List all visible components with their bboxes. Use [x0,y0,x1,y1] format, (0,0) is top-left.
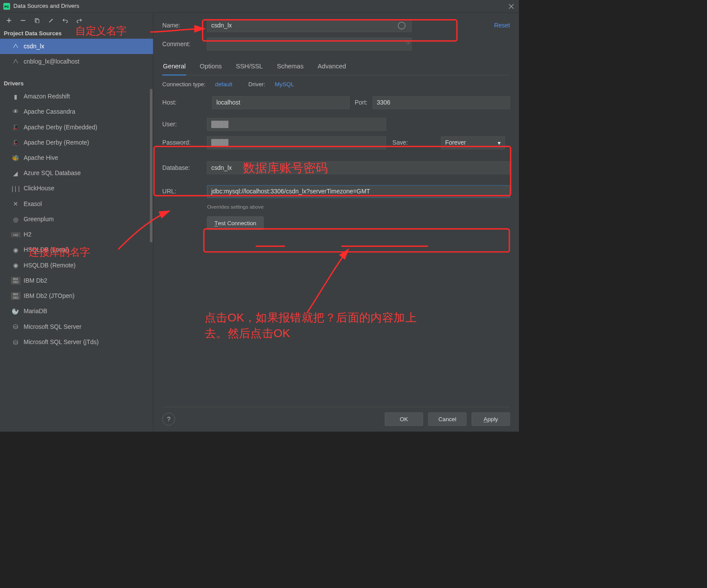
help-button[interactable]: ? [162,413,175,426]
main-panel: Name: csdn_lx Reset Comment: General Opt… [153,13,519,432]
driver-icon: ◢ [11,169,20,177]
ok-button[interactable]: OK [385,412,423,426]
datasource-item[interactable]: cnblog_lx@localhost [0,54,153,69]
driver-icon: ▮ [11,93,20,100]
driver-icon: 🦭 [11,308,20,315]
add-button[interactable] [4,16,13,25]
save-dropdown[interactable]: Forever ▾ [441,136,505,149]
expand-icon[interactable] [405,40,507,46]
driver-item[interactable]: ⛁Microsoft SQL Server (jTds) [0,335,153,350]
copy-button[interactable] [33,16,42,25]
host-input[interactable]: localhost [212,96,350,109]
comment-label: Comment: [162,41,207,47]
annotation-underline [256,246,285,247]
driver-item[interactable]: 🦭MariaDB [0,304,153,319]
driver-item[interactable]: ▮Amazon Redshift [0,89,153,104]
driver-icon: IBMDB2 [11,292,20,300]
scrollbar-thumb[interactable] [150,89,152,242]
driver-item[interactable]: 🎩Apache Derby (Embedded) [0,120,153,135]
user-input[interactable]: ████ [207,118,386,131]
driver-icon: ◎ [11,216,20,223]
driver-icon: 🎩 [11,124,20,131]
host-label: Host: [162,99,207,106]
cancel-button[interactable]: Cancel [428,412,467,426]
comment-input[interactable] [207,38,412,51]
reset-link[interactable]: Reset [494,22,510,29]
name-label: Name: [162,22,207,29]
tab-advanced[interactable]: Advanced [317,60,347,75]
name-input[interactable]: csdn_lx [207,19,412,32]
driver-item[interactable]: H2H2 [0,227,153,242]
password-input[interactable]: ████ [207,136,386,149]
annotation-underline [341,246,428,247]
driver-label: Driver: [248,81,265,88]
driver-item[interactable]: ⛁Microsoft SQL Server [0,319,153,335]
section-drivers: Drivers [0,77,153,89]
datasource-label: cnblog_lx@localhost [24,58,79,65]
close-icon[interactable] [506,1,516,11]
driver-icon: ∣∣∣ [11,185,20,193]
svg-text:PC: PC [4,4,9,8]
apply-button[interactable]: Apply [471,412,510,426]
driver-icon: ✕ [11,200,20,208]
tabs: General Options SSH/SSL Schemas Advanced [162,60,510,75]
test-connection-button[interactable]: Test Connection [207,216,264,230]
database-icon [11,43,20,50]
url-input[interactable]: jdbc:mysql://localhost:3306/csdn_lx?serv… [207,185,510,198]
database-input[interactable]: csdn_lx [207,162,510,174]
save-label: Save: [392,139,437,146]
color-circle-icon[interactable] [398,22,406,30]
driver-icon: ⛁ [11,323,20,331]
driver-icon: 🐝 [11,154,20,162]
sidebar: Project Data Sources csdn_lx cnblog_lx@l… [0,13,153,432]
driver-icon: 👁 [11,108,20,115]
password-label: Password: [162,139,207,146]
tab-options[interactable]: Options [199,60,222,75]
section-project-ds: Project Data Sources [0,27,153,39]
driver-icon: 🎩 [11,139,20,146]
port-label: Port: [355,99,367,106]
redo-icon[interactable] [75,16,84,25]
sidebar-toolbar [0,13,153,27]
datasource-item[interactable]: csdn_lx [0,39,153,54]
driver-item[interactable]: ∣∣∣ClickHouse [0,181,153,196]
driver-icon: ⛁ [11,338,20,346]
driver-item[interactable]: ◉HSQLDB (Local) [0,242,153,257]
driver-link[interactable]: MySQL [275,81,294,88]
driver-item[interactable]: 🎩Apache Derby (Remote) [0,135,153,150]
driver-item[interactable]: ◉HSQLDB (Remote) [0,258,153,273]
wrench-icon[interactable] [47,16,56,25]
svg-rect-4 [36,20,39,23]
driver-item[interactable]: 🐝Apache Hive [0,150,153,166]
driver-item[interactable]: ◎Greenplum [0,212,153,227]
conntype-label: Connection type: [162,81,205,88]
dialog-actions: ? OK Cancel Apply [162,407,510,432]
remove-button[interactable] [19,16,28,25]
app-icon: PC [3,2,11,10]
tab-general[interactable]: General [162,60,186,75]
driver-icon: H2 [11,232,20,237]
database-icon [11,58,20,65]
driver-icon: ◉ [11,262,20,269]
driver-item[interactable]: 👁Apache Cassandra [0,104,153,119]
driver-icon: ◉ [11,247,20,254]
chevron-down-icon: ▾ [498,139,501,147]
conntype-link[interactable]: default [215,81,232,88]
driver-item[interactable]: ◢Azure SQL Database [0,166,153,181]
driver-item[interactable]: IBMDB2IBM Db2 (JTOpen) [0,288,153,304]
tab-schemas[interactable]: Schemas [276,60,304,75]
database-label: Database: [162,164,207,171]
port-input[interactable]: 3306 [373,96,510,109]
tab-sshssl[interactable]: SSH/SSL [235,60,263,75]
url-label: URL: [162,188,207,195]
undo-icon[interactable] [61,16,70,25]
titlebar: PC Data Sources and Drivers [0,0,519,13]
driver-item[interactable]: IBMDB2IBM Db2 [0,273,153,288]
datasource-label: csdn_lx [24,43,44,50]
driver-icon: IBMDB2 [11,277,20,285]
url-hint: Overrides settings above [207,204,510,210]
dialog-title: Data Sources and Drivers [13,3,79,10]
drivers-list: ▮Amazon Redshift 👁Apache Cassandra 🎩Apac… [0,89,153,432]
driver-item[interactable]: ✕Exasol [0,196,153,212]
user-label: User: [162,121,207,128]
